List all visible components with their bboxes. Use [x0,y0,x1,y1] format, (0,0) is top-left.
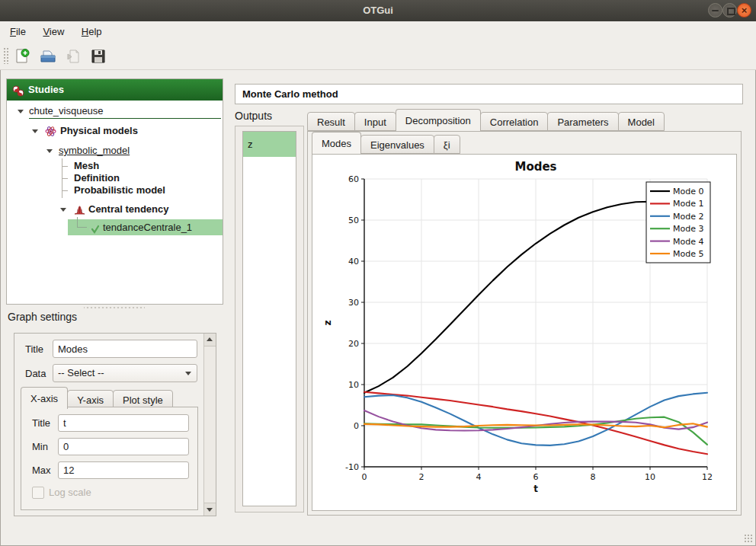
tree-branch-elbow [77,217,87,228]
minimize-icon [712,10,719,11]
study-underline [29,118,221,119]
studies-tree: chute_visqueuse Physical models symbolic… [7,101,223,304]
svg-text:50: 50 [348,216,359,225]
tree-item-study[interactable]: chute_visqueuse [7,104,223,119]
tree-item-physical-models[interactable]: Physical models [7,123,223,139]
import-python-button[interactable] [63,46,85,67]
svg-text:Mode 1: Mode 1 [673,199,703,209]
outputs-list: z [242,131,296,506]
title-label: Title [25,343,43,355]
tree-item-symbolic-model[interactable]: symbolic_model [7,143,223,158]
tab-decomposition[interactable]: Decomposition [396,109,481,131]
graph-title-input[interactable] [53,340,197,358]
svg-text:Modes: Modes [514,160,556,174]
tab-correlation[interactable]: Correlation [480,112,549,131]
svg-text:Mode 5: Mode 5 [673,249,703,259]
modes-panel: 024681012-100102030405060ModestzMode 0Mo… [312,154,737,511]
close-icon: × [738,4,751,17]
svg-text:0: 0 [362,472,367,482]
svg-text:Mode 3: Mode 3 [673,224,703,234]
modes-chart-svg: 024681012-100102030405060ModestzMode 0Mo… [320,158,728,500]
svg-text:20: 20 [348,339,359,349]
output-item-z[interactable]: z [243,132,296,157]
svg-text:8: 8 [591,472,596,482]
resize-grip[interactable] [744,534,753,543]
titlebar[interactable]: OTGui × [0,0,756,22]
method-title: Monte Carlo method [235,84,743,104]
data-select[interactable]: -- Select -- [53,364,197,382]
svg-text:2: 2 [419,472,424,482]
svg-text:Mode 4: Mode 4 [673,237,703,247]
new-study-button[interactable] [11,46,33,67]
tab-eigenvalues[interactable]: Eigenvalues [360,135,434,154]
svg-text:Mode 2: Mode 2 [673,212,703,222]
tab-model[interactable]: Model [618,112,665,131]
maximize-icon [727,8,735,15]
menu-file[interactable]: File [3,21,33,42]
toolbar [0,42,756,70]
menu-view[interactable]: View [36,21,71,42]
tree-item-tendance-centrale[interactable]: tendanceCentrale_1 [7,219,223,235]
svg-text:10: 10 [645,472,655,482]
decomposition-panel: Modes Eigenvalues ξi 024681012-100102030… [307,131,742,516]
x-title-label: Title [32,417,50,429]
chevron-down-icon [185,372,191,375]
physical-models-icon [45,126,56,142]
studies-panel: Studies chute_visqueuse Physical models [6,78,223,305]
tree-item-mesh[interactable]: Mesh [7,160,223,172]
window-title: OTGui [0,0,756,21]
log-scale-checkbox[interactable] [32,487,44,499]
x-min-input[interactable] [58,438,189,455]
scroll-up-icon [207,337,213,341]
decomposition-sub-tabbar: Modes Eigenvalues ξi [312,133,460,154]
close-button[interactable]: × [737,3,751,18]
svg-text:Mode 0: Mode 0 [673,187,703,196]
tree-item-definition[interactable]: Definition [7,172,223,184]
svg-text:12: 12 [702,472,713,482]
svg-text:6: 6 [533,472,539,482]
outputs-frame: z [235,126,304,512]
svg-text:-10: -10 [345,462,359,472]
x-max-input[interactable] [58,461,189,479]
scroll-down-icon [207,508,213,512]
horizontal-splitter-handle[interactable] [84,305,145,310]
tab-x-axis[interactable]: X-axis [21,387,68,409]
collapse-arrow-icon[interactable] [46,149,53,153]
svg-text:30: 30 [348,298,359,308]
outputs-label: Outputs [235,110,272,122]
maximize-button[interactable] [722,3,737,18]
graph-settings-panel: Title Data -- Select -- X-axis Y-axis Pl… [14,333,216,516]
x-title-input[interactable] [58,414,189,432]
menu-help[interactable]: Help [75,21,109,42]
axis-tabbar: X-axis Y-axis Plot style [21,387,172,409]
tree-item-probabilistic-model[interactable]: Probabilistic model [7,184,223,196]
result-tabbar: Result Input Decomposition Correlation P… [307,109,664,131]
svg-text:10: 10 [348,380,359,390]
studies-header: Studies [7,79,223,101]
modes-chart: 024681012-100102030405060ModestzMode 0Mo… [320,158,728,500]
save-button[interactable] [88,46,109,67]
minimize-button[interactable] [708,3,722,18]
collapse-arrow-icon[interactable] [18,110,24,113]
graph-settings-heading: Graph settings [8,311,77,323]
scroll-down-button[interactable] [204,503,216,516]
graph-settings-scrollbar[interactable] [203,334,216,516]
svg-text:0: 0 [354,421,359,431]
scroll-up-button[interactable] [204,334,216,346]
tab-input[interactable]: Input [354,112,396,131]
tab-result[interactable]: Result [307,112,355,131]
open-study-button[interactable] [37,46,59,67]
collapse-arrow-icon[interactable] [60,208,66,212]
toolbar-grip[interactable] [3,47,9,64]
collapse-arrow-icon[interactable] [32,129,38,133]
tab-xi[interactable]: ξi [434,135,460,154]
svg-text:4: 4 [476,472,482,482]
x-axis-tab-panel: Title Min Max Log scale [21,407,198,510]
menubar: File View Help [0,21,756,42]
svg-text:40: 40 [348,257,359,267]
tab-parameters[interactable]: Parameters [547,112,618,131]
svg-text:t: t [533,484,538,494]
tree-item-central-tendency[interactable]: Central tendency [7,202,223,217]
x-max-label: Max [32,465,51,476]
tab-modes[interactable]: Modes [312,132,361,154]
